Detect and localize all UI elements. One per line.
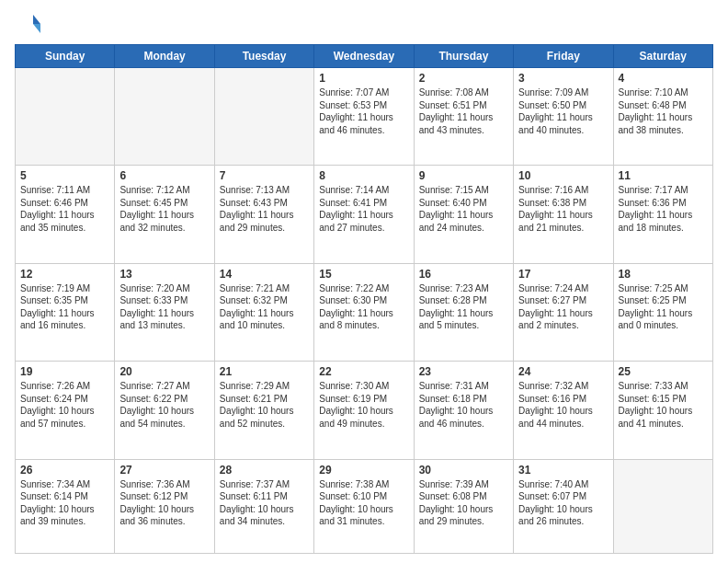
day-info: Sunrise: 7:36 AM Sunset: 6:12 PM Dayligh… [119,478,209,528]
calendar-week-3: 19Sunrise: 7:26 AM Sunset: 6:24 PM Dayli… [16,362,713,459]
day-number: 5 [20,169,109,182]
logo [15,11,42,37]
day-header-sunday: Sunday [16,45,115,68]
day-header-friday: Friday [514,45,613,68]
day-info: Sunrise: 7:40 AM Sunset: 6:07 PM Dayligh… [518,478,608,528]
calendar-cell: 7Sunrise: 7:13 AM Sunset: 6:43 PM Daylig… [214,166,313,263]
day-info: Sunrise: 7:19 AM Sunset: 6:35 PM Dayligh… [20,282,109,332]
calendar-cell: 1Sunrise: 7:07 AM Sunset: 6:53 PM Daylig… [314,68,414,166]
day-info: Sunrise: 7:11 AM Sunset: 6:46 PM Dayligh… [20,184,109,234]
calendar-cell: 9Sunrise: 7:15 AM Sunset: 6:40 PM Daylig… [414,166,513,263]
calendar-cell: 5Sunrise: 7:11 AM Sunset: 6:46 PM Daylig… [16,166,115,263]
day-info: Sunrise: 7:08 AM Sunset: 6:51 PM Dayligh… [419,86,508,136]
calendar-cell: 15Sunrise: 7:22 AM Sunset: 6:30 PM Dayli… [314,263,414,361]
day-number: 11 [619,169,708,182]
day-header-saturday: Saturday [613,45,712,68]
calendar-cell [115,68,214,166]
day-number: 20 [119,365,209,378]
calendar-cell: 11Sunrise: 7:17 AM Sunset: 6:36 PM Dayli… [613,166,712,263]
day-info: Sunrise: 7:20 AM Sunset: 6:33 PM Dayligh… [119,282,209,332]
day-info: Sunrise: 7:09 AM Sunset: 6:50 PM Dayligh… [518,86,608,136]
day-info: Sunrise: 7:31 AM Sunset: 6:18 PM Dayligh… [419,380,508,430]
day-number: 19 [20,365,109,378]
calendar-cell [16,68,115,166]
calendar-week-4: 26Sunrise: 7:34 AM Sunset: 6:14 PM Dayli… [16,459,713,554]
day-number: 8 [319,169,408,182]
calendar-cell: 26Sunrise: 7:34 AM Sunset: 6:14 PM Dayli… [16,459,115,554]
day-number: 25 [619,365,708,378]
calendar-cell: 8Sunrise: 7:14 AM Sunset: 6:41 PM Daylig… [314,166,414,263]
day-info: Sunrise: 7:12 AM Sunset: 6:45 PM Dayligh… [119,184,209,234]
calendar-cell: 31Sunrise: 7:40 AM Sunset: 6:07 PM Dayli… [514,459,613,554]
day-number: 3 [518,72,608,85]
day-number: 31 [518,464,608,477]
day-number: 17 [518,268,608,281]
day-info: Sunrise: 7:37 AM Sunset: 6:11 PM Dayligh… [220,478,309,528]
day-info: Sunrise: 7:29 AM Sunset: 6:21 PM Dayligh… [220,380,309,430]
day-info: Sunrise: 7:14 AM Sunset: 6:41 PM Dayligh… [319,184,408,234]
day-info: Sunrise: 7:30 AM Sunset: 6:19 PM Dayligh… [319,380,408,430]
calendar-cell: 3Sunrise: 7:09 AM Sunset: 6:50 PM Daylig… [514,68,613,166]
day-info: Sunrise: 7:38 AM Sunset: 6:10 PM Dayligh… [319,478,408,528]
header [15,11,713,37]
day-info: Sunrise: 7:25 AM Sunset: 6:25 PM Dayligh… [619,282,708,332]
day-number: 2 [419,72,508,85]
day-info: Sunrise: 7:21 AM Sunset: 6:32 PM Dayligh… [220,282,309,332]
day-info: Sunrise: 7:13 AM Sunset: 6:43 PM Dayligh… [220,184,309,234]
day-info: Sunrise: 7:26 AM Sunset: 6:24 PM Dayligh… [20,380,109,430]
day-number: 18 [619,268,708,281]
calendar-cell: 25Sunrise: 7:33 AM Sunset: 6:15 PM Dayli… [613,362,712,459]
day-info: Sunrise: 7:32 AM Sunset: 6:16 PM Dayligh… [518,380,608,430]
day-number: 12 [20,268,109,281]
calendar-week-1: 5Sunrise: 7:11 AM Sunset: 6:46 PM Daylig… [16,166,713,263]
day-info: Sunrise: 7:16 AM Sunset: 6:38 PM Dayligh… [518,184,608,234]
day-number: 21 [220,365,309,378]
calendar-cell: 13Sunrise: 7:20 AM Sunset: 6:33 PM Dayli… [115,263,214,361]
calendar-cell: 22Sunrise: 7:30 AM Sunset: 6:19 PM Dayli… [314,362,414,459]
day-number: 13 [119,268,209,281]
svg-marker-1 [33,24,40,33]
day-info: Sunrise: 7:07 AM Sunset: 6:53 PM Dayligh… [319,86,408,136]
day-info: Sunrise: 7:22 AM Sunset: 6:30 PM Dayligh… [319,282,408,332]
calendar-cell: 16Sunrise: 7:23 AM Sunset: 6:28 PM Dayli… [414,263,513,361]
day-info: Sunrise: 7:24 AM Sunset: 6:27 PM Dayligh… [518,282,608,332]
calendar-cell: 6Sunrise: 7:12 AM Sunset: 6:45 PM Daylig… [115,166,214,263]
day-number: 9 [419,169,508,182]
day-number: 15 [319,268,408,281]
calendar-cell: 28Sunrise: 7:37 AM Sunset: 6:11 PM Dayli… [214,459,313,554]
calendar-cell: 24Sunrise: 7:32 AM Sunset: 6:16 PM Dayli… [514,362,613,459]
day-number: 14 [220,268,309,281]
day-header-wednesday: Wednesday [314,45,414,68]
calendar-cell: 21Sunrise: 7:29 AM Sunset: 6:21 PM Dayli… [214,362,313,459]
day-number: 6 [119,169,209,182]
day-number: 16 [419,268,508,281]
day-info: Sunrise: 7:27 AM Sunset: 6:22 PM Dayligh… [119,380,209,430]
calendar-cell [214,68,313,166]
day-info: Sunrise: 7:39 AM Sunset: 6:08 PM Dayligh… [419,478,508,528]
day-header-tuesday: Tuesday [214,45,313,68]
day-info: Sunrise: 7:23 AM Sunset: 6:28 PM Dayligh… [419,282,508,332]
calendar-week-0: 1Sunrise: 7:07 AM Sunset: 6:53 PM Daylig… [16,68,713,166]
calendar-table: SundayMondayTuesdayWednesdayThursdayFrid… [15,44,713,554]
logo-icon [15,11,40,37]
calendar-cell: 17Sunrise: 7:24 AM Sunset: 6:27 PM Dayli… [514,263,613,361]
calendar-cell: 14Sunrise: 7:21 AM Sunset: 6:32 PM Dayli… [214,263,313,361]
day-number: 29 [319,464,408,477]
day-number: 10 [518,169,608,182]
page: SundayMondayTuesdayWednesdayThursdayFrid… [0,0,728,563]
day-number: 23 [419,365,508,378]
calendar-cell: 20Sunrise: 7:27 AM Sunset: 6:22 PM Dayli… [115,362,214,459]
day-info: Sunrise: 7:17 AM Sunset: 6:36 PM Dayligh… [619,184,708,234]
calendar-cell: 27Sunrise: 7:36 AM Sunset: 6:12 PM Dayli… [115,459,214,554]
day-number: 24 [518,365,608,378]
day-number: 7 [220,169,309,182]
day-number: 22 [319,365,408,378]
calendar-cell [613,459,712,554]
calendar-cell: 18Sunrise: 7:25 AM Sunset: 6:25 PM Dayli… [613,263,712,361]
day-header-monday: Monday [115,45,214,68]
day-info: Sunrise: 7:10 AM Sunset: 6:48 PM Dayligh… [619,86,708,136]
day-number: 4 [619,72,708,85]
day-number: 27 [119,464,209,477]
calendar-cell: 10Sunrise: 7:16 AM Sunset: 6:38 PM Dayli… [514,166,613,263]
day-info: Sunrise: 7:15 AM Sunset: 6:40 PM Dayligh… [419,184,508,234]
